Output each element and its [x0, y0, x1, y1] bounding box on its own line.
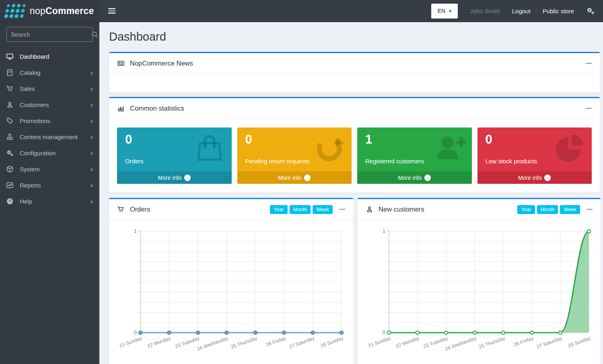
chevron-left-icon: ‹ [91, 198, 93, 205]
sidebar-item-system[interactable]: System ‹ [0, 161, 99, 177]
cubes-icon [6, 133, 16, 141]
sidebar-item-customers[interactable]: Customers ‹ [0, 97, 99, 113]
more-info-link[interactable]: More info → [357, 171, 472, 184]
sidebar-item-label: Reports [20, 182, 41, 189]
sidebar-item-label: Promotions [20, 117, 50, 124]
orders-chart-panel: Orders Year Month Week 1021 Sunday [109, 198, 353, 364]
sidebar-item-sales[interactable]: Sales ‹ [0, 80, 99, 97]
sidebar-item-label: Dashboard [20, 53, 49, 60]
circle-arrow-right-icon: → [304, 175, 311, 181]
sidebar-item-label: Sales [20, 85, 35, 92]
new-customers-area-chart: 1021 Sunday22 Monday23 Tuesday24 Wednesd… [366, 225, 591, 353]
desktop-icon [6, 52, 16, 60]
common-statistics-panel: Common statistics 0 Orders [109, 97, 600, 193]
svg-text:1: 1 [134, 228, 137, 234]
circle-arrow-right-icon: → [424, 175, 431, 181]
public-store-link[interactable]: Public store [543, 8, 574, 14]
user-icon [366, 206, 375, 214]
collapse-minus-icon[interactable] [586, 63, 592, 64]
shopping-bag-icon [193, 132, 226, 165]
sidebar-item-label: Customers [20, 101, 49, 108]
chevron-left-icon: ‹ [91, 182, 93, 189]
pie-chart-icon [553, 132, 586, 165]
question-icon: ? [6, 197, 16, 205]
sidebar-item-label: Configuration [20, 150, 56, 156]
year-button[interactable]: Year [517, 205, 535, 214]
stat-card-low-stock: 0 Low stock products More info → [477, 128, 592, 184]
chevron-left-icon: ‹ [91, 166, 93, 173]
cart-icon [117, 206, 126, 214]
user-icon [6, 101, 16, 109]
sidebar-menu: Dashboard Catalog ‹ Sales ‹ Customers ‹ … [0, 48, 99, 209]
nopcommerce-dots-logo-icon [4, 4, 27, 18]
logout-link[interactable]: Logout [512, 8, 531, 14]
sidebar-item-configuration[interactable]: Configuration ‹ [0, 145, 99, 161]
year-button[interactable]: Year [270, 205, 287, 214]
chevron-left-icon: ‹ [91, 69, 93, 76]
sidebar-item-promotions[interactable]: Promotions ‹ [0, 113, 99, 129]
brand-logo[interactable]: nopCommerce [0, 0, 99, 22]
main-area: EN ▾ John Smith Logout Public store Dash… [99, 0, 603, 364]
more-info-link[interactable]: More info → [237, 171, 352, 184]
news-panel-body [109, 74, 600, 93]
svg-text:1: 1 [383, 228, 385, 234]
sidebar-item-help[interactable]: ? Help ‹ [0, 193, 99, 209]
orders-line-chart: 1021 Sunday22 Monday23 Tuesday24 Wednesd… [117, 225, 344, 353]
hamburger-icon[interactable] [107, 6, 116, 15]
orders-chart-title: Orders [130, 206, 150, 213]
chevron-left-icon: ‹ [91, 150, 93, 156]
chevron-left-icon: ‹ [91, 101, 93, 108]
svg-text:0: 0 [383, 330, 385, 335]
search-input[interactable] [11, 31, 91, 38]
sidebar: nopCommerce Dashboard Catalog ‹ Sales ‹ [0, 0, 99, 364]
sidebar-search [0, 22, 99, 45]
sidebar-item-label: Catalog [20, 69, 41, 76]
bar-chart-icon [117, 105, 126, 113]
refresh-icon [313, 132, 346, 165]
svg-text:26 Friday: 26 Friday [265, 335, 287, 348]
newspaper-icon [117, 60, 126, 68]
chevron-left-icon: ‹ [91, 134, 93, 140]
collapse-minus-icon[interactable] [587, 209, 593, 210]
statistics-panel-title: Common statistics [130, 105, 184, 112]
stat-card-registered-customers: 1 Registered customers More info → [357, 128, 472, 184]
sidebar-item-reports[interactable]: Reports ‹ [0, 177, 99, 193]
week-button[interactable]: Week [313, 205, 333, 214]
svg-text:24 Wednesday: 24 Wednesday [196, 335, 229, 352]
svg-text:0: 0 [134, 330, 137, 335]
sidebar-item-catalog[interactable]: Catalog ‹ [0, 64, 99, 80]
stat-card-orders: 0 Orders More info → [117, 128, 232, 184]
svg-text:25 Thursday: 25 Thursday [230, 335, 258, 350]
page-title: Dashboard [109, 30, 600, 43]
stat-card-pending-returns: 0 Pending return requests More info → [237, 128, 352, 184]
sidebar-item-label: Content management [20, 134, 78, 140]
new-customers-chart-title: New customers [379, 206, 424, 213]
gears-icon[interactable] [586, 6, 595, 15]
svg-text:?: ? [8, 199, 11, 204]
svg-text:21 Sunday: 21 Sunday [119, 335, 143, 349]
page-content: Dashboard NopCommerce News [99, 22, 603, 364]
collapse-minus-icon[interactable] [339, 209, 345, 210]
week-button[interactable]: Week [560, 205, 580, 214]
chevron-down-icon: ▾ [449, 8, 451, 14]
cart-icon [6, 84, 16, 93]
more-info-link[interactable]: More info → [117, 171, 232, 184]
chart-line-icon [6, 181, 16, 189]
news-panel: NopCommerce News [109, 52, 600, 93]
language-select[interactable]: EN ▾ [431, 4, 458, 19]
sidebar-item-content-management[interactable]: Content management ‹ [0, 129, 99, 145]
sidebar-item-label: System [20, 166, 40, 173]
search-icon[interactable] [91, 31, 99, 39]
collapse-minus-icon[interactable] [586, 108, 592, 109]
month-button[interactable]: Month [537, 205, 558, 214]
language-value: EN [438, 8, 445, 14]
svg-text:25 Thursday: 25 Thursday [478, 335, 506, 350]
svg-text:26 Friday: 26 Friday [513, 335, 535, 348]
more-info-link[interactable]: More info → [477, 171, 592, 184]
chevron-left-icon: ‹ [91, 85, 93, 92]
svg-text:22 Monday: 22 Monday [146, 335, 172, 349]
svg-text:21 Sunday: 21 Sunday [367, 335, 392, 349]
month-button[interactable]: Month [290, 205, 311, 214]
sidebar-item-dashboard[interactable]: Dashboard [0, 48, 99, 64]
topbar: EN ▾ John Smith Logout Public store [99, 0, 603, 22]
